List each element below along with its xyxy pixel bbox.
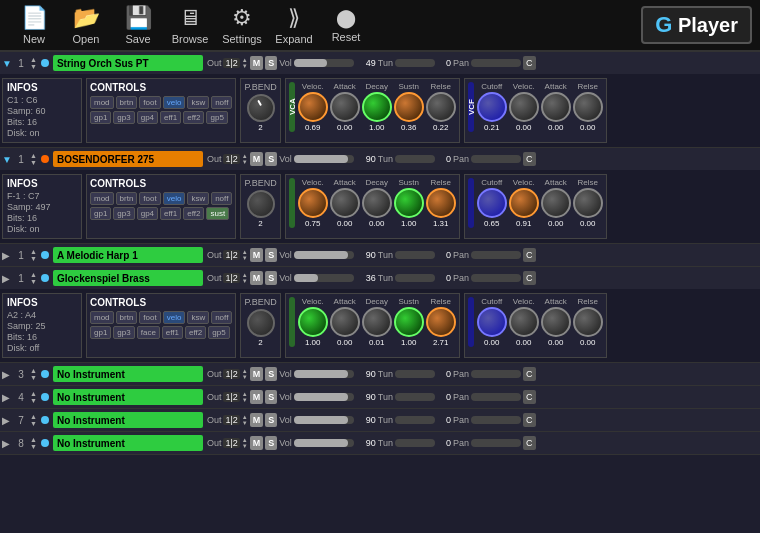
ctrl-ksw[interactable]: ksw: [187, 96, 209, 109]
out-value[interactable]: 1|2: [223, 154, 239, 164]
out-increment[interactable]: ▲▼: [242, 249, 248, 261]
vca-veloc-knob[interactable]: [298, 92, 328, 122]
expand-button[interactable]: ⟫ Expand: [268, 1, 320, 49]
out-value[interactable]: 1|2: [223, 273, 239, 283]
vca-sustn-knob[interactable]: [394, 307, 424, 337]
track-name[interactable]: BOSENDORFER 275: [53, 151, 203, 167]
ctrl-gp1[interactable]: gp1: [90, 111, 111, 124]
vcf-attack-knob[interactable]: [541, 188, 571, 218]
ctrl-mod[interactable]: mod: [90, 192, 114, 205]
tun-slider[interactable]: [395, 439, 435, 447]
ctrl-eff2[interactable]: eff2: [185, 326, 206, 339]
ctrl-mod[interactable]: mod: [90, 311, 114, 324]
vca-veloc-knob[interactable]: [298, 307, 328, 337]
track-increment[interactable]: ▲▼: [30, 413, 37, 427]
out-increment[interactable]: ▲▼: [242, 272, 248, 284]
ctrl-ksw[interactable]: ksw: [187, 192, 209, 205]
ctrl-sust[interactable]: sust: [206, 207, 229, 220]
ctrl-brtn[interactable]: brtn: [116, 96, 138, 109]
ctrl-gp5[interactable]: gp5: [208, 326, 229, 339]
ctrl-eff1[interactable]: eff1: [160, 207, 181, 220]
track-name[interactable]: No Instrument: [53, 389, 203, 405]
ctrl-noff[interactable]: noff: [211, 311, 232, 324]
ctrl-noff[interactable]: noff: [211, 96, 232, 109]
track-expand-arrow[interactable]: ▶: [2, 438, 12, 449]
ctrl-velo[interactable]: velo: [163, 96, 186, 109]
channel-button[interactable]: C: [523, 152, 536, 166]
channel-button[interactable]: C: [523, 248, 536, 262]
channel-button[interactable]: C: [523, 271, 536, 285]
ctrl-foot[interactable]: foot: [139, 192, 160, 205]
channel-button[interactable]: C: [523, 390, 536, 404]
pan-slider[interactable]: [471, 370, 521, 378]
vol-slider[interactable]: [294, 439, 354, 447]
mute-button[interactable]: M: [250, 436, 264, 450]
ctrl-foot[interactable]: foot: [139, 311, 160, 324]
vol-slider[interactable]: [294, 274, 354, 282]
vca-relse-knob[interactable]: [426, 92, 456, 122]
out-value[interactable]: 1|2: [223, 415, 239, 425]
save-button[interactable]: 💾 Save: [112, 1, 164, 49]
ctrl-gp1[interactable]: gp1: [90, 326, 111, 339]
mute-button[interactable]: M: [250, 413, 264, 427]
solo-button[interactable]: S: [265, 56, 277, 70]
ctrl-ksw[interactable]: ksw: [187, 311, 209, 324]
browse-button[interactable]: 🖥 Browse: [164, 1, 216, 49]
pan-slider[interactable]: [471, 274, 521, 282]
out-increment[interactable]: ▲▼: [242, 368, 248, 380]
solo-button[interactable]: S: [265, 271, 277, 285]
solo-button[interactable]: S: [265, 248, 277, 262]
track-expand-arrow[interactable]: ▶: [2, 250, 12, 261]
vcf-cutoff-knob[interactable]: [477, 188, 507, 218]
new-button[interactable]: 📄 New: [8, 1, 60, 49]
vol-slider[interactable]: [294, 416, 354, 424]
ctrl-brtn[interactable]: brtn: [116, 311, 138, 324]
vcf-veloc-knob[interactable]: [509, 188, 539, 218]
solo-button[interactable]: S: [265, 413, 277, 427]
track-name[interactable]: No Instrument: [53, 435, 203, 451]
vol-slider[interactable]: [294, 59, 354, 67]
ctrl-velo[interactable]: velo: [163, 311, 186, 324]
mute-button[interactable]: M: [250, 56, 264, 70]
mute-button[interactable]: M: [250, 390, 264, 404]
track-name[interactable]: String Orch Sus PT: [53, 55, 203, 71]
out-value[interactable]: 1|2: [223, 392, 239, 402]
pbend-knob[interactable]: [247, 190, 275, 218]
pbend-knob[interactable]: [247, 94, 275, 122]
tun-slider[interactable]: [395, 416, 435, 424]
ctrl-gp3[interactable]: gp3: [113, 111, 134, 124]
ctrl-gp3[interactable]: gp3: [113, 207, 134, 220]
mute-button[interactable]: M: [250, 271, 264, 285]
out-increment[interactable]: ▲▼: [242, 153, 248, 165]
vca-sustn-knob[interactable]: [394, 188, 424, 218]
ctrl-gp1[interactable]: gp1: [90, 207, 111, 220]
tracks-area[interactable]: ▼ 1 ▲▼ String Orch Sus PT Out 1|2 ▲▼ M S…: [0, 52, 760, 533]
track-expand-arrow[interactable]: ▶: [2, 369, 12, 380]
ctrl-noff[interactable]: noff: [211, 192, 232, 205]
settings-button[interactable]: ⚙ Settings: [216, 1, 268, 49]
track-name[interactable]: No Instrument: [53, 412, 203, 428]
out-increment[interactable]: ▲▼: [242, 391, 248, 403]
solo-button[interactable]: S: [265, 390, 277, 404]
ctrl-eff1[interactable]: eff1: [160, 111, 181, 124]
track-expand-arrow[interactable]: ▶: [2, 415, 12, 426]
track-increment[interactable]: ▲▼: [30, 390, 37, 404]
vol-slider[interactable]: [294, 155, 354, 163]
track-increment[interactable]: ▲▼: [30, 436, 37, 450]
channel-button[interactable]: C: [523, 56, 536, 70]
ctrl-gp5[interactable]: gp5: [206, 111, 227, 124]
vcf-cutoff-knob[interactable]: [477, 307, 507, 337]
vol-slider[interactable]: [294, 370, 354, 378]
ctrl-eff2[interactable]: eff2: [183, 111, 204, 124]
ctrl-gp4[interactable]: gp4: [137, 207, 158, 220]
pan-slider[interactable]: [471, 439, 521, 447]
vcf-attack-knob[interactable]: [541, 307, 571, 337]
ctrl-face[interactable]: face: [137, 326, 160, 339]
ctrl-foot[interactable]: foot: [139, 96, 160, 109]
ctrl-velo[interactable]: velo: [163, 192, 186, 205]
out-value[interactable]: 1|2: [223, 369, 239, 379]
tun-slider[interactable]: [395, 274, 435, 282]
track-expand-arrow[interactable]: ▶: [2, 392, 12, 403]
vcf-relse-knob[interactable]: [573, 307, 603, 337]
reset-button[interactable]: ⬤ Reset: [320, 3, 372, 47]
